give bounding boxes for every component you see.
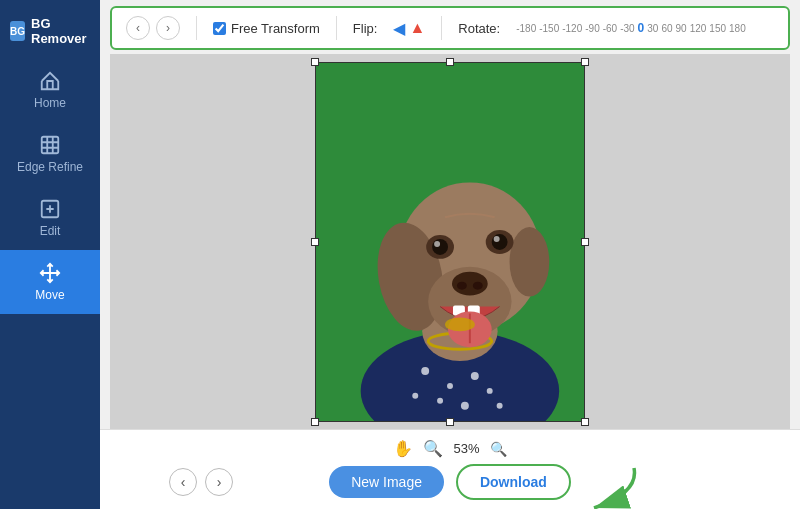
dog-image	[316, 63, 584, 421]
handle-bottom-left[interactable]	[311, 418, 319, 426]
svg-point-5	[447, 382, 453, 388]
ruler-zero: 0	[638, 21, 645, 35]
svg-point-30	[494, 236, 500, 242]
flip-label: Flip:	[353, 21, 378, 36]
app-title: BG Remover	[31, 16, 90, 46]
sidebar: BG BG Remover Home Edge Refine Edit M	[0, 0, 100, 509]
ruler-mark: -180	[516, 23, 536, 34]
ruler-mark: 30	[647, 23, 658, 34]
flip-horizontal-button[interactable]: ◀	[393, 19, 405, 38]
separator-2	[336, 16, 337, 40]
canvas-area[interactable]	[110, 54, 790, 429]
svg-point-10	[412, 392, 418, 398]
handle-bottom-right[interactable]	[581, 418, 589, 426]
sidebar-item-edit[interactable]: Edit	[0, 186, 100, 250]
free-transform-label: Free Transform	[231, 21, 320, 36]
ruler-mark: 120	[690, 23, 707, 34]
ruler-mark: 90	[676, 23, 687, 34]
sidebar-home-label: Home	[34, 96, 66, 110]
toolbar-nav: ‹ ›	[126, 16, 180, 40]
zoom-controls: ✋ 🔍 53% 🔍	[393, 439, 506, 458]
svg-point-8	[461, 401, 469, 409]
ruler-mark: -150	[539, 23, 559, 34]
move-icon	[39, 262, 61, 284]
svg-point-26	[432, 239, 448, 255]
svg-point-29	[492, 234, 508, 250]
new-image-button[interactable]: New Image	[329, 466, 444, 498]
ruler-mark: -60	[603, 23, 617, 34]
handle-bottom-middle[interactable]	[446, 418, 454, 426]
sidebar-item-edge-refine[interactable]: Edge Refine	[0, 122, 100, 186]
handle-middle-left[interactable]	[311, 238, 319, 246]
logo-icon: BG	[10, 21, 25, 41]
svg-point-18	[452, 271, 488, 295]
home-icon	[39, 70, 61, 92]
svg-point-11	[497, 402, 503, 408]
svg-point-9	[487, 387, 493, 393]
toolbar: ‹ › Free Transform Flip: ◀ ▲ Rotate: -18…	[110, 6, 790, 50]
ruler-mark: 180	[729, 23, 746, 34]
hand-tool-icon[interactable]: ✋	[393, 439, 413, 458]
svg-point-27	[434, 241, 440, 247]
svg-point-31	[445, 317, 475, 331]
app-logo: BG BG Remover	[0, 8, 100, 54]
sidebar-move-label: Move	[35, 288, 64, 302]
handle-top-middle[interactable]	[446, 58, 454, 66]
handle-middle-right[interactable]	[581, 238, 589, 246]
svg-point-20	[473, 281, 483, 289]
bottom-bar: ✋ 🔍 53% 🔍 ‹ › New Image Download	[100, 429, 800, 509]
zoom-percent: 53%	[453, 441, 479, 456]
edit-icon	[39, 198, 61, 220]
svg-point-16	[510, 227, 550, 296]
back-button[interactable]: ‹	[126, 16, 150, 40]
image-frame	[315, 62, 585, 422]
prev-button[interactable]: ‹	[169, 468, 197, 496]
rotate-ruler[interactable]: -180 -150 -120 -90 -60 -30 0 30 60 90 12…	[516, 21, 746, 35]
free-transform-checkbox[interactable]	[213, 22, 226, 35]
bottom-buttons: ‹ › New Image Download	[329, 464, 571, 500]
ruler-mark: -120	[562, 23, 582, 34]
svg-point-7	[437, 397, 443, 403]
svg-point-6	[471, 372, 479, 380]
download-button[interactable]: Download	[456, 464, 571, 500]
separator-3	[441, 16, 442, 40]
download-arrow-icon	[574, 463, 639, 509]
zoom-in-icon[interactable]: 🔍	[423, 439, 443, 458]
flip-vertical-button[interactable]: ▲	[409, 19, 425, 37]
ruler-mark: -90	[585, 23, 599, 34]
ruler-mark: 150	[709, 23, 726, 34]
ruler-mark: 60	[661, 23, 672, 34]
handle-top-right[interactable]	[581, 58, 589, 66]
svg-rect-0	[42, 137, 59, 154]
flip-controls: ◀ ▲	[393, 19, 425, 38]
forward-button[interactable]: ›	[156, 16, 180, 40]
rotate-label: Rotate:	[458, 21, 500, 36]
sidebar-item-move[interactable]: Move	[0, 250, 100, 314]
svg-point-19	[457, 281, 467, 289]
free-transform-control[interactable]: Free Transform	[213, 21, 320, 36]
image-container[interactable]	[315, 62, 585, 422]
sidebar-edit-label: Edit	[40, 224, 61, 238]
handle-top-left[interactable]	[311, 58, 319, 66]
sidebar-item-home[interactable]: Home	[0, 58, 100, 122]
zoom-out-icon[interactable]: 🔍	[490, 441, 507, 457]
sidebar-edge-refine-label: Edge Refine	[17, 160, 83, 174]
next-button[interactable]: ›	[205, 468, 233, 496]
separator-1	[196, 16, 197, 40]
edge-refine-icon	[39, 134, 61, 156]
main-content: ‹ › Free Transform Flip: ◀ ▲ Rotate: -18…	[100, 0, 800, 509]
svg-point-4	[421, 367, 429, 375]
ruler-mark: -30	[620, 23, 634, 34]
